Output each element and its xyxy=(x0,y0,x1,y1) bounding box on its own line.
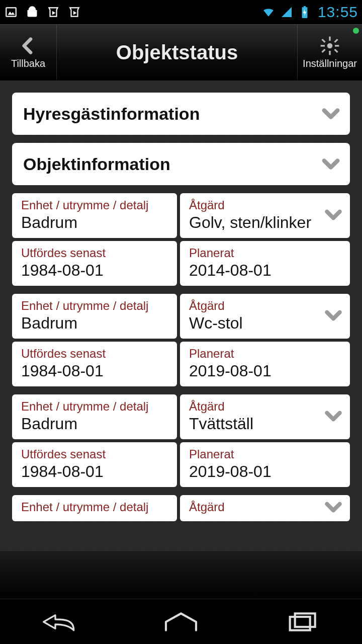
record-item[interactable]: Enhet / utrymme / detalj Åtgärd xyxy=(12,495,350,521)
svg-rect-13 xyxy=(321,38,325,42)
bottom-action-bar xyxy=(0,550,362,599)
chevron-down-icon xyxy=(321,104,341,124)
gear-icon xyxy=(320,36,340,56)
last-done-label: Utfördes senast xyxy=(21,246,168,260)
play-store-icon-2 xyxy=(67,5,81,19)
svg-marker-1 xyxy=(8,12,15,15)
object-info-panel[interactable]: Objektinformation xyxy=(12,143,350,185)
recent-apps-icon xyxy=(282,612,322,632)
chevron-down-icon xyxy=(324,306,343,327)
signal-icon xyxy=(280,5,294,19)
object-info-title: Objektinformation xyxy=(23,154,170,174)
last-done-cell: Utfördes senast 1984-08-01 xyxy=(12,241,177,286)
action-value: Wc-stol xyxy=(189,314,341,333)
last-done-value: 1984-08-01 xyxy=(21,362,168,380)
action-cell: Åtgärd Golv, sten/klinker xyxy=(180,193,350,238)
svg-marker-4 xyxy=(282,7,292,17)
wifi-icon xyxy=(261,5,276,19)
action-value: Golv, sten/klinker xyxy=(189,213,341,232)
unit-value: Badrum xyxy=(21,415,168,433)
planned-label: Planerat xyxy=(189,347,341,361)
svg-rect-15 xyxy=(334,38,338,42)
unit-label: Enhet / utrymme / detalj xyxy=(21,198,168,212)
back-button[interactable]: Tillbaka xyxy=(0,25,56,80)
planned-label: Planerat xyxy=(189,447,341,461)
svg-rect-18 xyxy=(295,613,315,627)
action-cell: Åtgärd Tvättställ xyxy=(180,394,350,439)
status-clock: 13:55 xyxy=(318,4,358,21)
svg-marker-3 xyxy=(73,11,77,15)
svg-marker-2 xyxy=(52,11,56,15)
last-done-value: 1984-08-01 xyxy=(21,462,168,481)
unit-label: Enhet / utrymme / detalj xyxy=(21,299,168,313)
svg-rect-0 xyxy=(6,8,16,16)
unit-value: Badrum xyxy=(21,314,168,333)
chevron-left-icon xyxy=(18,36,38,56)
action-label: Åtgärd xyxy=(189,299,341,313)
android-icon xyxy=(25,5,39,19)
last-done-label: Utfördes senast xyxy=(21,447,168,461)
chevron-down-icon xyxy=(324,205,343,226)
svg-point-8 xyxy=(327,43,333,48)
back-icon xyxy=(40,612,80,632)
notification-dot-icon xyxy=(353,28,359,34)
nav-home-button[interactable] xyxy=(151,607,211,637)
home-icon xyxy=(161,612,201,632)
last-done-value: 1984-08-01 xyxy=(21,261,168,280)
tenant-info-title: Hyresgästinformation xyxy=(23,104,200,124)
planned-value: 2019-08-01 xyxy=(189,362,341,380)
unit-label: Enhet / utrymme / detalj xyxy=(21,399,168,414)
planned-cell: Planerat 2014-08-01 xyxy=(180,241,350,286)
app-toolbar: Tillbaka Objektstatus Inställningar xyxy=(0,24,362,80)
unit-cell: Enhet / utrymme / detalj xyxy=(12,495,177,521)
battery-icon xyxy=(298,5,312,19)
svg-rect-12 xyxy=(335,45,339,46)
picture-icon xyxy=(4,5,18,19)
action-value: Tvättställ xyxy=(189,415,341,433)
chevron-down-icon xyxy=(324,498,343,519)
record-item[interactable]: Enhet / utrymme / detalj Badrum Åtgärd T… xyxy=(12,394,350,487)
last-done-label: Utfördes senast xyxy=(21,347,168,361)
chevron-down-icon xyxy=(321,154,341,174)
action-cell: Åtgärd xyxy=(180,495,350,521)
last-done-cell: Utfördes senast 1984-08-01 xyxy=(12,342,177,386)
last-done-cell: Utfördes senast 1984-08-01 xyxy=(12,442,177,487)
settings-button[interactable]: Inställningar xyxy=(298,25,362,80)
android-status-bar: 13:55 xyxy=(0,0,362,24)
settings-label: Inställningar xyxy=(303,58,357,69)
record-item[interactable]: Enhet / utrymme / detalj Badrum Åtgärd G… xyxy=(12,193,350,286)
record-item[interactable]: Enhet / utrymme / detalj Badrum Åtgärd W… xyxy=(12,294,350,386)
tenant-info-panel[interactable]: Hyresgästinformation xyxy=(12,93,350,135)
play-store-icon xyxy=(46,5,60,19)
planned-cell: Planerat 2019-08-01 xyxy=(180,442,350,487)
svg-rect-11 xyxy=(321,45,325,46)
page-title: Objektstatus xyxy=(57,25,297,80)
unit-cell: Enhet / utrymme / detalj Badrum xyxy=(12,294,177,339)
action-label: Åtgärd xyxy=(189,399,341,414)
svg-rect-14 xyxy=(334,48,338,52)
svg-rect-10 xyxy=(329,51,330,55)
content-scroll[interactable]: Hyresgästinformation Objektinformation E… xyxy=(0,80,362,550)
svg-rect-16 xyxy=(321,48,325,52)
planned-label: Planerat xyxy=(189,246,341,260)
action-label: Åtgärd xyxy=(189,198,341,212)
action-cell: Åtgärd Wc-stol xyxy=(180,294,350,339)
unit-cell: Enhet / utrymme / detalj Badrum xyxy=(12,193,177,238)
unit-label: Enhet / utrymme / detalj xyxy=(21,500,168,514)
svg-rect-17 xyxy=(290,617,310,630)
planned-cell: Planerat 2019-08-01 xyxy=(180,342,350,386)
action-label: Åtgärd xyxy=(189,500,341,514)
unit-value: Badrum xyxy=(21,213,168,232)
back-label: Tillbaka xyxy=(11,58,45,69)
planned-value: 2014-08-01 xyxy=(189,261,341,280)
unit-cell: Enhet / utrymme / detalj Badrum xyxy=(12,394,177,439)
android-nav-bar xyxy=(0,599,362,644)
svg-rect-9 xyxy=(329,36,330,40)
svg-rect-6 xyxy=(304,6,306,8)
planned-value: 2019-08-01 xyxy=(189,462,341,481)
nav-recent-button[interactable] xyxy=(272,607,332,637)
nav-back-button[interactable] xyxy=(30,607,90,637)
chevron-down-icon xyxy=(324,407,343,428)
